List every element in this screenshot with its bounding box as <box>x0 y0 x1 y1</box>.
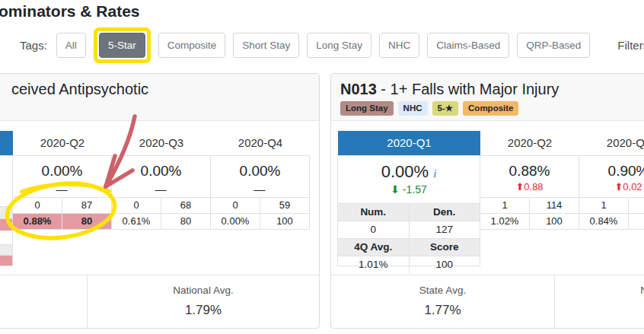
rate-value: 0.88% <box>480 163 579 180</box>
score-cell: 80 <box>161 214 210 229</box>
tag-button-long-stay[interactable]: Long Stay <box>307 33 371 58</box>
tag-button-nhc[interactable]: NHC <box>379 33 419 58</box>
quarter-mini-table: 1114 1.02%100 <box>480 197 579 229</box>
tags-label: Tags: <box>20 39 47 52</box>
denominator-cell: 68 <box>161 198 210 213</box>
national-avg-cell: National Avg. <box>554 275 644 328</box>
national-avg-label: National Avg. <box>88 285 319 296</box>
numerator-cell: 0 <box>112 198 161 213</box>
quarter-columns: 2020-Q1 0.00% i ⬇ -1.57 Num.Den. 0127 4Q… <box>331 131 644 266</box>
score-cell: 100 <box>629 214 644 229</box>
quarter-detail-box: 0.00% i ⬇ -1.57 Num.Den. 0127 4Q Avg.Sco… <box>337 155 480 266</box>
table-header-cell <box>0 207 12 218</box>
badge-nhc: NHC <box>398 101 428 116</box>
den-header: Den. <box>410 204 480 221</box>
quarter-column-selected <box>0 131 13 266</box>
national-avg-cell: National Avg. 1.79% <box>87 275 319 328</box>
no-change-dash: — <box>112 183 210 196</box>
avg-header: 4Q Avg. <box>338 239 410 256</box>
denominator-cell: 59 <box>260 198 309 213</box>
tag-button-5-star[interactable]: 5-Star <box>99 33 145 58</box>
badge-long-stay: Long Stay <box>340 101 394 116</box>
avg-score-table-fragment <box>0 244 12 266</box>
national-avg-label: National Avg. <box>555 285 644 296</box>
card-header: N013 - 1+ Falls with Major Injury Long S… <box>331 74 644 121</box>
tab-2020-q2[interactable]: 2020-Q2 <box>13 131 112 155</box>
denominator-cell: 87 <box>62 198 111 213</box>
info-icon[interactable]: i <box>433 167 436 180</box>
tab-2020-q3[interactable]: 2020-Q3 <box>579 131 644 155</box>
tag-button-qrp-based[interactable]: QRP-Based <box>517 33 590 58</box>
rate-value: 0.00% <box>211 163 309 180</box>
score-header: Score <box>410 239 480 256</box>
state-avg-value: 1.77% <box>331 303 554 318</box>
filters-label: Filters: <box>617 39 644 52</box>
avg-cell: 1.02% <box>480 214 530 229</box>
avg-cell: 0.88% <box>13 214 62 229</box>
tag-button-short-stay[interactable]: Short Stay <box>233 33 299 58</box>
state-avg-cell <box>0 275 87 328</box>
tag-button-composite[interactable]: Composite <box>158 33 226 58</box>
tab-2020-q2[interactable]: 2020-Q2 <box>480 131 579 155</box>
numerator-cell: 1 <box>579 198 629 213</box>
numerator-cell: 0 <box>13 198 62 213</box>
num-den-score-table: Num.Den. 0127 4Q Avg.Score 1.01%100 <box>338 203 480 273</box>
tag-button-claims-based[interactable]: Claims-Based <box>427 33 509 58</box>
no-change-dash: — <box>13 183 111 196</box>
page-title: ominators & Rates <box>0 2 140 21</box>
denominator-cell: 114 <box>530 198 579 213</box>
quarter-box: 0.90% ⬆0.02 11 0.84%100 <box>579 155 644 230</box>
avg-value: 1.01% <box>338 256 410 273</box>
measure-card-n013-falls: N013 - 1+ Falls with Major Injury Long S… <box>330 73 644 329</box>
denominator-cell: 1 <box>629 198 644 213</box>
tag-button-all[interactable]: All <box>56 33 86 58</box>
tab-2020-q3[interactable]: 2020-Q3 <box>112 131 211 155</box>
score-cell: 100 <box>260 214 309 229</box>
arrow-up-icon: ⬆ <box>515 181 524 192</box>
star-icon: ★ <box>445 103 453 113</box>
arrow-up-icon: ⬆ <box>614 181 623 192</box>
badge-row: Long Stay NHC 5-★ Composite <box>340 101 644 116</box>
no-change-dash: — <box>211 183 309 196</box>
state-avg-label: State Avg. <box>331 285 554 296</box>
national-avg-value: 1.79% <box>88 303 319 318</box>
rate-value: 0.00% <box>13 163 111 180</box>
tag-filter-bar: Tags: All 5-Star Composite Short Stay Lo… <box>20 30 644 60</box>
numerator-cell: 0 <box>211 198 260 213</box>
quarter-mini-table: 059 0.00%100 <box>211 197 309 229</box>
measure-title: ceived Antipsychotic <box>0 81 310 98</box>
quarter-column-q2: 2020-Q2 0.88% ⬆0.88 1114 1.02%100 <box>480 131 579 266</box>
avg-cell: 0.61% <box>112 214 161 229</box>
badge-5-star: 5-★ <box>432 101 459 116</box>
badge-composite: Composite <box>463 101 518 116</box>
num-den-table-fragment <box>0 206 12 231</box>
den-value: 127 <box>410 221 480 238</box>
quarter-mini-table: 087 0.88%80 <box>13 197 111 229</box>
quarter-column-selected: 2020-Q1 0.00% i ⬇ -1.57 Num.Den. 0127 4Q… <box>338 131 480 266</box>
measure-card-antipsychotic: ceived Antipsychotic 2020 <box>0 73 320 329</box>
quarter-mini-table: 068 0.61%80 <box>112 197 210 229</box>
avg-cell: 0.00% <box>211 214 260 229</box>
tab-2020-q4[interactable]: 2020-Q4 <box>211 131 310 155</box>
quarter-box: 0.00% — 059 0.00%100 <box>210 155 310 230</box>
quarter-column-q3: 2020-Q3 0.90% ⬆0.02 11 0.84%100 <box>579 131 644 266</box>
avg-cell: 0.84% <box>579 214 629 229</box>
change-indicator: ⬆0.02 <box>579 181 644 192</box>
quarter-column-q4: 2020-Q4 0.00% — 059 0.00%100 <box>211 131 310 266</box>
score-cell: 100 <box>530 214 579 229</box>
change-indicator: ⬆0.88 <box>480 181 579 192</box>
tab-selected-quarter[interactable] <box>0 131 13 155</box>
card-footer: State Avg. 1.77% National Avg. <box>331 275 644 328</box>
quarter-mini-table: 11 0.84%100 <box>579 197 644 229</box>
quarter-box: 0.00% — 087 0.88%80 <box>12 155 112 230</box>
quarter-column-q2: 2020-Q2 0.00% — 087 0.88%80 <box>13 131 112 266</box>
numerator-cell: 1 <box>480 198 530 213</box>
quarter-columns: 2020-Q2 0.00% — 087 0.88%80 2020-Q3 0.00… <box>0 131 319 266</box>
dashboard-screen: ominators & Rates Tags: All 5-Star Compo… <box>0 0 644 334</box>
table-header-cell <box>0 245 12 255</box>
score-cell: 80 <box>62 214 111 229</box>
score-value: 100 <box>410 256 480 273</box>
table-value-cell <box>0 219 12 231</box>
table-value-cell <box>0 256 12 266</box>
tab-2020-q1-selected[interactable]: 2020-Q1 <box>338 131 480 155</box>
